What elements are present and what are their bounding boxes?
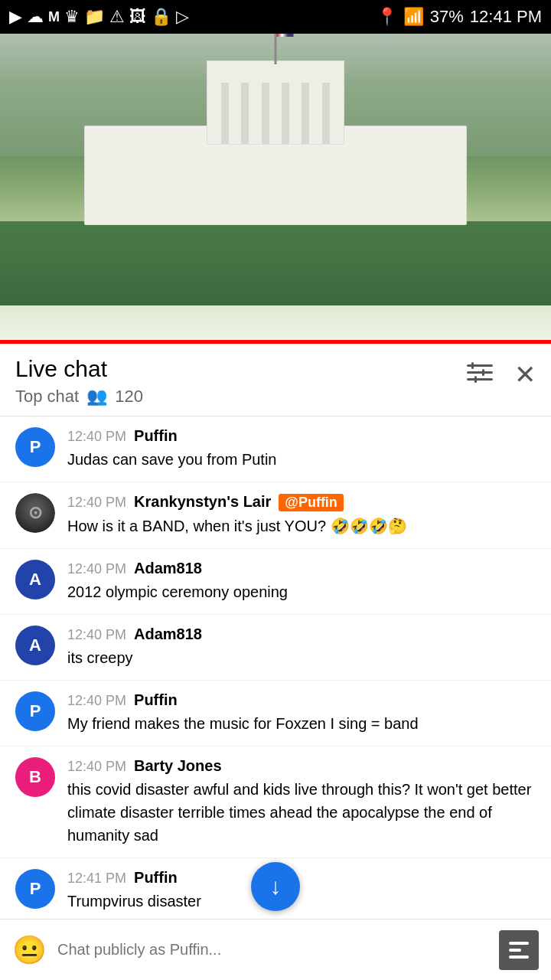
chat-meta-4: 12:40 PM Adam818 (67, 626, 536, 643)
chat-header-right: ✕ (467, 356, 536, 390)
chat-message-1: P 12:40 PM Puffin Judas can save you fro… (0, 416, 551, 482)
chat-user-6: Barty Jones (134, 757, 222, 775)
chat-content-7: 12:41 PM Puffin Trumpvirus disaster (67, 869, 536, 913)
chat-content-5: 12:40 PM Puffin My friend makes the musi… (67, 691, 536, 735)
chat-content-2: 12:40 PM Krankynstyn's Lair @Puffin How … (67, 493, 536, 537)
svg-rect-3 (471, 362, 474, 369)
chat-text-2: How is it a BAND, when it's just YOU? 🤣🤣… (67, 514, 536, 537)
chat-time-5: 12:40 PM (67, 693, 126, 709)
chat-header: Live chat Top chat 👥 120 ✕ (0, 344, 551, 416)
chat-user-5: Puffin (134, 691, 178, 709)
chat-meta-7: 12:41 PM Puffin (67, 869, 536, 887)
avatar-krankynstyn: ⊙ (15, 493, 55, 533)
svg-rect-4 (482, 369, 484, 376)
chat-message-2: ⊙ 12:40 PM Krankynstyn's Lair @Puffin Ho… (0, 482, 551, 549)
status-bar: ▶ ☁ M ♛ 📁 ⚠ 🖼 🔒 ▷ 📍 📶 37% 12:41 PM (0, 0, 551, 34)
chat-message-4: A 12:40 PM Adam818 its creepy (0, 615, 551, 681)
chat-time-4: 12:40 PM (67, 627, 126, 643)
chat-content-6: 12:40 PM Barty Jones this covid disaster… (67, 757, 536, 847)
chat-time-1: 12:40 PM (67, 429, 126, 445)
play-icon: ▶ (9, 7, 22, 27)
chat-message-6: B 12:40 PM Barty Jones this covid disast… (0, 746, 551, 858)
chat-time-3: 12:40 PM (67, 561, 126, 577)
crown-icon: ♛ (64, 7, 80, 27)
alert-icon: ⚠ (109, 7, 125, 27)
chat-meta-5: 12:40 PM Puffin (67, 691, 536, 709)
chat-text-3: 2012 olympic ceremony opening (67, 580, 536, 603)
chat-time-7: 12:41 PM (67, 871, 126, 887)
chat-header-left: Live chat Top chat 👥 120 (15, 356, 143, 416)
chat-meta-1: 12:40 PM Puffin (67, 427, 536, 445)
m-icon: M (48, 9, 60, 25)
chat-message-5: P 12:40 PM Puffin My friend makes the mu… (0, 681, 551, 746)
svg-rect-6 (509, 942, 529, 945)
video-lawn (0, 221, 551, 305)
avatar-puffin-2: P (15, 691, 55, 731)
avatar-puffin-3: P (15, 869, 55, 909)
chat-time-2: 12:40 PM (67, 495, 126, 511)
viewer-count: 120 (115, 387, 143, 407)
time-display: 12:41 PM (470, 7, 542, 27)
send-button[interactable] (499, 930, 539, 970)
chat-user-2: Krankynstyn's Lair (134, 493, 271, 511)
chat-input-bar: 😐 (0, 919, 551, 980)
people-icon: 👥 (86, 387, 107, 407)
chat-text-6: this covid disaster awful and kids live … (67, 778, 536, 847)
svg-rect-1 (467, 371, 493, 374)
svg-rect-5 (474, 376, 477, 383)
chat-content-4: 12:40 PM Adam818 its creepy (67, 626, 536, 669)
chat-subtitle: Top chat 👥 120 (15, 387, 143, 416)
chat-content-1: 12:40 PM Puffin Judas can save you from … (67, 427, 536, 471)
svg-rect-2 (467, 378, 493, 381)
chat-input[interactable] (57, 941, 488, 959)
chat-content-3: 12:40 PM Adam818 2012 olympic ceremony o… (67, 560, 536, 603)
avatar-adam-1: A (15, 560, 55, 599)
chat-text-4: its creepy (67, 646, 536, 669)
video-portico (207, 60, 344, 145)
chat-user-7: Puffin (134, 869, 178, 887)
svg-rect-7 (509, 949, 521, 952)
chat-message-3: A 12:40 PM Adam818 2012 olympic ceremony… (0, 549, 551, 615)
chat-text-1: Judas can save you from Putin (67, 448, 536, 471)
chat-user-1: Puffin (134, 427, 178, 445)
chat-meta-3: 12:40 PM Adam818 (67, 560, 536, 577)
image-icon: 🖼 (129, 7, 146, 27)
shield-icon: 🔒 (151, 7, 171, 27)
svg-rect-0 (467, 364, 493, 367)
scroll-down-icon: ↓ (270, 874, 282, 900)
video-player[interactable] (0, 34, 551, 344)
wifi-icon: 📶 (403, 7, 424, 27)
video-flag (275, 34, 277, 64)
avatar-adam-2: A (15, 626, 55, 665)
avatar-puffin-1: P (15, 427, 55, 467)
chat-text-7: Trumpvirus disaster (67, 890, 536, 913)
avatar-barty: B (15, 757, 55, 797)
scroll-to-bottom-button[interactable]: ↓ (251, 862, 300, 911)
chat-time-6: 12:40 PM (67, 759, 126, 775)
close-button[interactable]: ✕ (514, 359, 536, 390)
top-chat-label[interactable]: Top chat (15, 387, 79, 407)
video-progress-bar[interactable] (0, 340, 551, 344)
location-icon: 📍 (377, 7, 397, 27)
filter-button[interactable] (467, 361, 493, 388)
chat-text-5: My friend makes the music for Foxzen I s… (67, 712, 536, 735)
chat-mention-2: @Puffin (279, 494, 344, 511)
emoji-button[interactable]: 😐 (12, 934, 47, 966)
folder-icon: 📁 (84, 7, 105, 27)
chat-title: Live chat (15, 356, 143, 382)
status-right-info: 📍 📶 37% 12:41 PM (377, 7, 542, 27)
play2-icon: ▷ (176, 7, 189, 27)
chat-meta-6: 12:40 PM Barty Jones (67, 757, 536, 775)
chat-meta-2: 12:40 PM Krankynstyn's Lair @Puffin (67, 493, 536, 511)
status-left-icons: ▶ ☁ M ♛ 📁 ⚠ 🖼 🔒 ▷ (9, 7, 189, 27)
cloud-icon: ☁ (27, 7, 44, 27)
svg-rect-8 (509, 956, 529, 959)
chat-user-4: Adam818 (134, 626, 202, 643)
battery-text: 37% (430, 7, 464, 27)
chat-user-3: Adam818 (134, 560, 202, 577)
avatar-img-krankynstyn: ⊙ (15, 493, 55, 533)
